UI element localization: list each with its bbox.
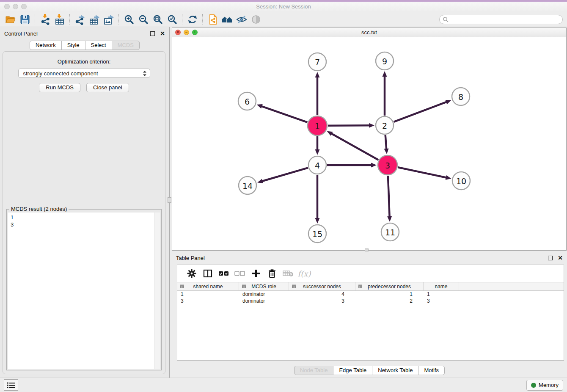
graph-edge-arrowhead bbox=[384, 149, 389, 154]
unselect-all-columns-button[interactable] bbox=[232, 268, 248, 279]
cell-successor-nodes[interactable]: 4 bbox=[289, 291, 355, 297]
graph-edge-arrowhead bbox=[315, 218, 320, 224]
list-icon bbox=[7, 382, 15, 389]
create-column-button[interactable] bbox=[248, 268, 264, 279]
delete-table-button bbox=[280, 268, 296, 279]
delete-columns-button[interactable] bbox=[264, 268, 280, 279]
optimization-criterion-label: Optimization criterion: bbox=[3, 58, 165, 65]
open-folder-icon bbox=[5, 14, 16, 25]
zoom-in-button[interactable] bbox=[122, 13, 136, 26]
eye-slash-icon bbox=[236, 14, 247, 25]
search-box bbox=[439, 15, 563, 24]
criterion-selected-value: strongly connected component bbox=[23, 70, 98, 77]
close-window-button[interactable] bbox=[4, 4, 10, 9]
select-all-columns-button[interactable] bbox=[216, 268, 232, 279]
cell-shared-name[interactable]: 1 bbox=[177, 291, 239, 297]
save-session-button[interactable] bbox=[18, 13, 32, 26]
table-row[interactable]: 1 dominator 4 1 1 bbox=[177, 291, 564, 298]
memory-button[interactable]: Memory bbox=[526, 380, 563, 391]
zoom-fit-button[interactable] bbox=[151, 13, 165, 26]
toolbar-separator bbox=[69, 14, 70, 25]
import-network-button[interactable] bbox=[38, 13, 52, 26]
float-table-panel-icon[interactable] bbox=[548, 256, 553, 260]
cell-name[interactable]: 3 bbox=[424, 298, 459, 304]
export-table-button[interactable] bbox=[87, 13, 102, 26]
result-scrollbar[interactable] bbox=[154, 213, 160, 369]
tab-select[interactable]: Select bbox=[85, 41, 112, 50]
first-neighbors-button[interactable] bbox=[220, 13, 234, 26]
zoom-window-button[interactable] bbox=[21, 4, 27, 9]
graph-edge[interactable] bbox=[328, 125, 370, 126]
apply-layout-button[interactable] bbox=[185, 13, 200, 26]
function-builder-button: f(x) bbox=[296, 268, 312, 279]
show-graphics-details-button[interactable] bbox=[249, 13, 263, 26]
cell-name[interactable]: 1 bbox=[424, 291, 459, 297]
cell-predecessor-nodes[interactable]: 2 bbox=[355, 298, 424, 304]
close-panel-button[interactable]: Close panel bbox=[86, 83, 129, 92]
cell-mcds-role[interactable]: dominator bbox=[239, 291, 289, 297]
graph-edge[interactable] bbox=[331, 133, 378, 160]
cell-shared-name[interactable]: 3 bbox=[177, 298, 239, 304]
tab-motifs[interactable]: Motifs bbox=[418, 366, 445, 375]
cell-mcds-role[interactable]: dominator bbox=[239, 298, 289, 304]
column-edit-icon bbox=[242, 284, 246, 289]
zoom-selected-button[interactable] bbox=[165, 13, 179, 26]
tab-mcds[interactable]: MCDS bbox=[112, 41, 140, 50]
hide-graphics-details-button[interactable] bbox=[234, 13, 249, 26]
select-stepper-icon bbox=[143, 70, 147, 78]
network-window-titlebar[interactable]: × − + scc.txt bbox=[172, 28, 566, 38]
network-graph[interactable]: 7968124314101511 bbox=[172, 37, 566, 250]
cell-predecessor-nodes[interactable]: 1 bbox=[355, 291, 424, 297]
close-panel-icon[interactable]: ✕ bbox=[160, 30, 165, 36]
tab-node-table[interactable]: Node Table bbox=[294, 366, 334, 375]
float-panel-icon[interactable] bbox=[150, 31, 155, 36]
graph-edge[interactable] bbox=[388, 176, 390, 217]
tab-network-table[interactable]: Network Table bbox=[372, 366, 418, 375]
network-view-window: × − + scc.txt 7968124314101511 bbox=[172, 28, 567, 251]
close-table-panel-icon[interactable]: ✕ bbox=[558, 255, 563, 261]
minimize-window-button[interactable] bbox=[13, 4, 18, 9]
table-panel-title: Table Panel bbox=[176, 255, 205, 261]
network-close-button[interactable]: × bbox=[175, 30, 181, 35]
graph-edge[interactable] bbox=[398, 167, 446, 178]
graph-edge[interactable] bbox=[261, 106, 307, 122]
graph-edge[interactable] bbox=[394, 102, 447, 122]
table-options-button[interactable] bbox=[184, 268, 200, 279]
control-panel-title: Control Panel bbox=[4, 30, 38, 37]
network-zoom-button[interactable]: + bbox=[192, 30, 198, 35]
export-image-button[interactable] bbox=[102, 13, 116, 26]
mcds-result-textarea[interactable]: 1 3 bbox=[8, 213, 160, 369]
column-header-mcds-role[interactable]: MCDS role bbox=[239, 282, 289, 290]
open-session-button[interactable] bbox=[3, 13, 18, 26]
task-history-button[interactable] bbox=[4, 379, 18, 391]
tab-edge-table[interactable]: Edge Table bbox=[333, 366, 372, 375]
tab-style[interactable]: Style bbox=[61, 41, 85, 50]
graph-edge-arrowhead bbox=[446, 175, 451, 180]
window-resize-grip[interactable] bbox=[365, 248, 369, 251]
network-canvas[interactable]: 7968124314101511 bbox=[172, 37, 566, 250]
run-mcds-button[interactable]: Run MCDS bbox=[39, 83, 80, 92]
column-header-name[interactable]: name bbox=[424, 282, 459, 290]
cell-successor-nodes[interactable]: 3 bbox=[289, 298, 355, 304]
column-header-successor-nodes[interactable]: successor nodes bbox=[289, 282, 355, 290]
columns-icon bbox=[203, 269, 213, 278]
tab-network[interactable]: Network bbox=[30, 41, 62, 50]
import-table-button[interactable] bbox=[52, 13, 67, 26]
graph-edge[interactable] bbox=[262, 168, 308, 181]
table-row[interactable]: 3 dominator 3 2 3 bbox=[177, 298, 564, 304]
show-columns-button[interactable] bbox=[200, 268, 216, 279]
column-edit-icon bbox=[180, 284, 184, 289]
clone-network-button[interactable] bbox=[206, 13, 220, 26]
network-window-controls: × − + bbox=[175, 30, 198, 35]
toolbar-separator bbox=[202, 14, 203, 25]
column-header-predecessor-nodes[interactable]: predecessor nodes bbox=[355, 282, 424, 290]
panel-splitter-handle[interactable] bbox=[168, 197, 171, 203]
export-network-button[interactable] bbox=[73, 13, 87, 26]
network-minimize-button[interactable]: − bbox=[184, 30, 189, 35]
column-header-shared-name[interactable]: shared name bbox=[177, 282, 239, 290]
graph-edge[interactable] bbox=[385, 135, 387, 149]
search-input[interactable] bbox=[439, 15, 563, 24]
zoom-out-button[interactable] bbox=[136, 13, 151, 26]
criterion-select[interactable]: strongly connected component bbox=[18, 69, 150, 78]
trash-icon bbox=[267, 268, 277, 279]
